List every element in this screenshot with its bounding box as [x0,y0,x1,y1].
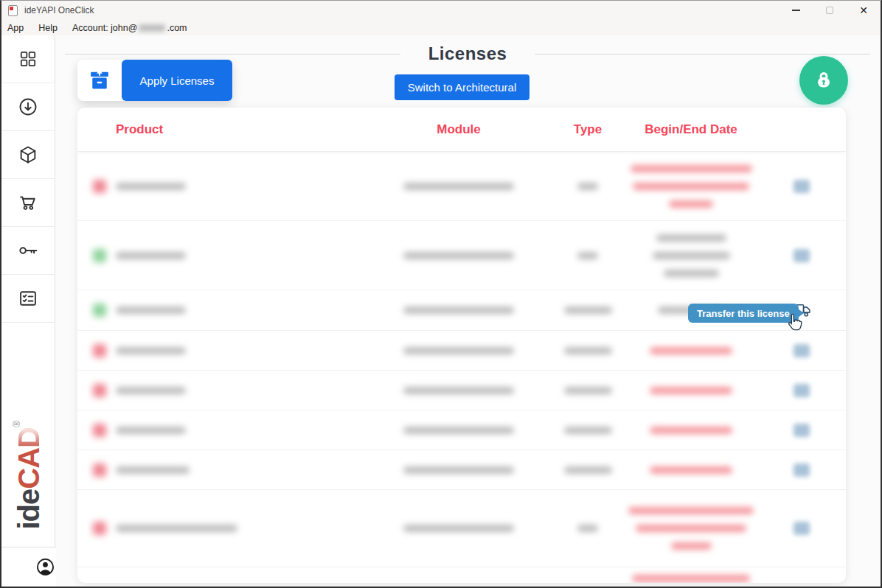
transfer-license-tooltip: Transfer this license [688,304,799,323]
table-row [77,371,846,410]
apply-licenses-button[interactable]: Apply Licenses [77,60,232,101]
download-icon [18,97,38,117]
product-cell [116,466,367,474]
table-row [77,450,846,490]
action-cell [757,249,846,262]
table-row [77,331,846,371]
status-cell [77,180,116,193]
date-cell [625,466,757,474]
date-cell [625,387,757,394]
sidebar: ideCAD® [1,35,55,587]
redacted-date-line [664,270,719,277]
transfer-license-button[interactable] [794,249,810,262]
redacted-type [564,307,612,314]
switch-to-architectural-button[interactable]: Switch to Architectural [395,74,529,100]
tooltip-text: Transfer this license [697,308,790,319]
transfer-license-button[interactable] [794,522,810,535]
status-badge [93,463,106,477]
product-cell [116,427,367,434]
type-cell [551,347,625,354]
divider [65,54,400,55]
redacted-module-name [403,427,514,434]
checklist-icon [18,288,38,309]
redacted-module-name [403,307,514,314]
account-redacted-email [139,24,165,32]
type-cell [551,387,625,394]
action-cell [757,180,846,193]
table-header: Product Module Type Begin/End Date [77,108,846,152]
status-badge [93,522,106,535]
redacted-date-line [653,252,730,259]
license-table-body [77,152,846,583]
status-badge [93,304,106,317]
status-cell [77,522,116,535]
type-cell [551,427,625,434]
window-title: ideYAPI OneClick [24,5,779,15]
page-title: Licenses [428,43,507,64]
close-button[interactable]: ✕ [847,1,881,20]
status-badge [93,424,106,437]
redacted-module-name [403,387,514,394]
action-cell [757,424,846,437]
divider [535,54,870,55]
transfer-license-button[interactable] [794,180,810,193]
user-avatar-icon [35,557,55,577]
redacted-type [577,525,598,532]
action-cell [757,522,846,535]
transfer-license-button[interactable] [794,344,810,357]
redacted-date-line [671,542,712,550]
sidebar-item-products[interactable] [1,131,55,179]
status-badge [93,180,106,193]
main-content: Licenses Apply Licenses Switch to Archit… [56,35,881,587]
status-cell [77,384,116,397]
redacted-date-line [628,507,754,514]
sidebar-item-licenses[interactable] [1,227,55,275]
lock-icon [812,69,836,92]
redacted-date-line [656,234,726,242]
redacted-product-name [116,525,237,532]
redacted-product-name [116,387,186,394]
transfer-license-button[interactable] [794,384,810,397]
table-row [77,152,846,221]
menu-help[interactable]: Help [31,23,65,33]
redacted-product-name [116,252,186,259]
transfer-license-button[interactable] [794,424,810,437]
sidebar-item-downloads[interactable] [1,83,55,131]
type-cell [551,183,625,190]
type-cell [551,307,625,314]
redacted-product-name [116,183,186,190]
minimize-icon [792,10,800,11]
sidebar-item-tasks[interactable] [1,275,55,323]
menu-account[interactable]: Account: john@ .com [65,23,195,33]
logo-text-fade: D [13,427,45,448]
maximize-button[interactable] [813,1,847,20]
date-cell [625,234,757,277]
module-cell [367,525,551,532]
account-suffix: .com [167,23,187,33]
sidebar-item-store[interactable] [1,179,55,227]
table-row [77,490,846,567]
status-cell [77,304,116,317]
date-cell [625,575,757,582]
redacted-type [577,252,598,259]
redacted-date-line [650,427,732,434]
menu-app[interactable]: App [1,23,31,33]
redacted-date-line [631,165,752,172]
sidebar-item-dashboard[interactable] [1,35,55,83]
redacted-type [564,427,612,434]
lock-button[interactable] [799,56,848,105]
minimize-button[interactable] [779,1,813,20]
action-cell [757,463,846,477]
logo-text-red: CA [13,448,45,489]
registered-mark: ® [11,420,22,427]
app-logo-icon [8,5,18,16]
module-cell [367,347,551,354]
redacted-module-name [403,252,514,259]
product-cell [116,307,367,314]
transfer-license-button[interactable] [794,463,810,477]
status-badge [93,384,106,397]
action-cell [757,384,846,397]
redacted-type [577,183,598,190]
status-cell [77,249,116,262]
product-cell [116,387,367,394]
